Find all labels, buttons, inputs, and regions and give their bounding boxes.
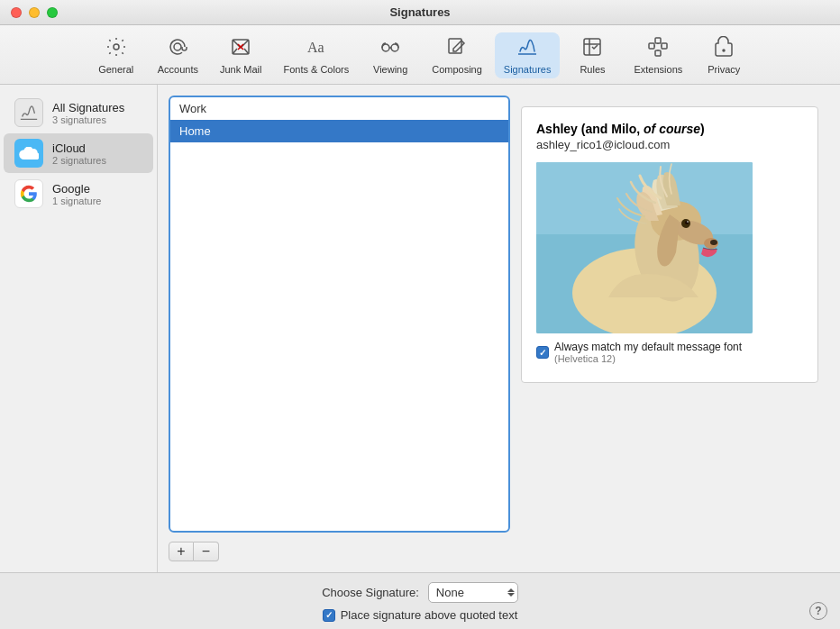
place-signature-row: Place signature above quoted text: [323, 608, 518, 622]
titlebar: Signatures: [0, 0, 840, 25]
font-match-checkbox-wrap[interactable]: Always match my default message font (He…: [536, 341, 742, 364]
svg-text:Aa: Aa: [307, 40, 324, 55]
extensions-icon: [647, 36, 669, 61]
preview-panel: Ashley (and Milo, of course) ashley_rico…: [521, 106, 818, 383]
svg-point-33: [687, 221, 689, 223]
signatures-list[interactable]: Work Home: [169, 96, 510, 533]
sidebar: All Signatures 3 signatures iCloud 2 sig…: [0, 85, 158, 572]
toolbar-item-junk-mail[interactable]: Junk Mail: [211, 32, 270, 78]
sidebar-google-count: 1 signature: [52, 196, 101, 206]
toolbar-item-accounts[interactable]: Accounts: [149, 32, 207, 78]
at-icon: [167, 36, 188, 61]
toolbar-item-extensions[interactable]: Extensions: [625, 32, 691, 78]
font-match-checkbox[interactable]: [536, 346, 549, 359]
toolbar: General Accounts Junk Mail: [0, 25, 840, 85]
font-match-label: Always match my default message font: [554, 341, 742, 353]
toolbar-item-viewing[interactable]: Viewing: [361, 32, 419, 78]
google-avatar: [14, 179, 43, 208]
toolbar-fonts-label: Fonts & Colors: [283, 64, 349, 75]
window-controls: [11, 7, 58, 18]
font-match-text: Always match my default message font (He…: [554, 341, 742, 364]
toolbar-item-general[interactable]: General: [87, 32, 145, 78]
svg-rect-15: [655, 38, 661, 43]
toolbar-junk-label: Junk Mail: [220, 64, 261, 75]
choose-signature-row: Choose Signature: None Work Home Random: [322, 582, 518, 603]
remove-signature-button[interactable]: −: [194, 542, 219, 561]
toolbar-general-label: General: [98, 64, 133, 75]
svg-rect-13: [649, 43, 654, 49]
close-button[interactable]: [11, 7, 22, 18]
privacy-icon: [713, 36, 735, 61]
preview-signature-name: Ashley (and Milo, of course): [536, 122, 803, 136]
sidebar-item-icloud[interactable]: iCloud 2 signatures: [4, 133, 153, 173]
sidebar-all-name: All Signatures: [52, 101, 124, 114]
toolbar-composing-label: Composing: [432, 64, 482, 75]
toolbar-item-rules[interactable]: Rules: [563, 32, 621, 78]
svg-rect-16: [655, 50, 661, 56]
signature-item-home[interactable]: Home: [170, 120, 508, 142]
svg-point-30: [710, 240, 717, 245]
toolbar-accounts-label: Accounts: [158, 64, 198, 75]
signatures-icon: [516, 36, 538, 61]
sidebar-icloud-name: iCloud: [52, 141, 106, 155]
list-controls: + −: [169, 542, 510, 561]
all-signatures-avatar: [14, 98, 43, 127]
rules-icon: [581, 36, 603, 61]
toolbar-item-fonts-colors[interactable]: Aa Fonts & Colors: [274, 32, 358, 78]
help-button[interactable]: ?: [809, 602, 827, 620]
place-sig-label: Place signature above quoted text: [341, 608, 518, 622]
maximize-button[interactable]: [47, 7, 58, 18]
choose-signature-label: Choose Signature:: [322, 586, 419, 599]
sidebar-item-google[interactable]: Google 1 signature: [4, 174, 153, 214]
signature-item-work[interactable]: Work: [170, 97, 508, 120]
toolbar-extensions-label: Extensions: [634, 64, 682, 75]
preview-email: ashley_rico1@icloud.com: [536, 138, 803, 151]
fonts-icon: Aa: [306, 36, 327, 61]
main-content: All Signatures 3 signatures iCloud 2 sig…: [0, 85, 840, 572]
bottom-bar: Choose Signature: None Work Home Random …: [0, 572, 840, 629]
add-signature-button[interactable]: +: [169, 542, 194, 561]
icloud-avatar: [14, 139, 43, 168]
junk-icon: [230, 36, 251, 61]
sidebar-google-text: Google 1 signature: [52, 182, 101, 206]
window-title: Signatures: [389, 5, 450, 19]
svg-point-0: [114, 44, 119, 50]
choose-signature-select-wrap: None Work Home Random: [428, 582, 518, 603]
gear-icon: [105, 36, 127, 61]
svg-point-21: [723, 50, 725, 51]
place-sig-checkbox-wrap[interactable]: Place signature above quoted text: [323, 608, 518, 622]
sidebar-all-count: 3 signatures: [52, 114, 124, 125]
choose-signature-select[interactable]: None Work Home Random: [428, 582, 518, 603]
compose-icon: [446, 36, 468, 61]
svg-rect-14: [662, 43, 667, 49]
toolbar-signatures-label: Signatures: [504, 64, 552, 75]
sidebar-item-all-signatures[interactable]: All Signatures 3 signatures: [4, 93, 153, 132]
toolbar-viewing-label: Viewing: [373, 64, 407, 75]
minimize-button[interactable]: [29, 7, 40, 18]
toolbar-privacy-label: Privacy: [708, 64, 740, 75]
font-match-sub: (Helvetica 12): [554, 353, 742, 364]
svg-point-1: [174, 43, 181, 50]
center-panel: Work Home + −: [158, 85, 521, 572]
toolbar-rules-label: Rules: [580, 64, 605, 75]
sidebar-google-name: Google: [52, 182, 101, 196]
place-sig-checkbox[interactable]: [323, 609, 335, 622]
sidebar-icloud-count: 2 signatures: [52, 155, 106, 166]
toolbar-item-signatures[interactable]: Signatures: [495, 32, 561, 78]
toolbar-item-composing[interactable]: Composing: [423, 32, 491, 78]
toolbar-item-privacy[interactable]: Privacy: [695, 32, 753, 78]
glasses-icon: [379, 36, 401, 61]
sidebar-all-text: All Signatures 3 signatures: [52, 101, 124, 125]
font-match-row: Always match my default message font (He…: [536, 333, 803, 368]
preview-dog-image: [536, 162, 753, 333]
sidebar-icloud-text: iCloud 2 signatures: [52, 141, 106, 166]
